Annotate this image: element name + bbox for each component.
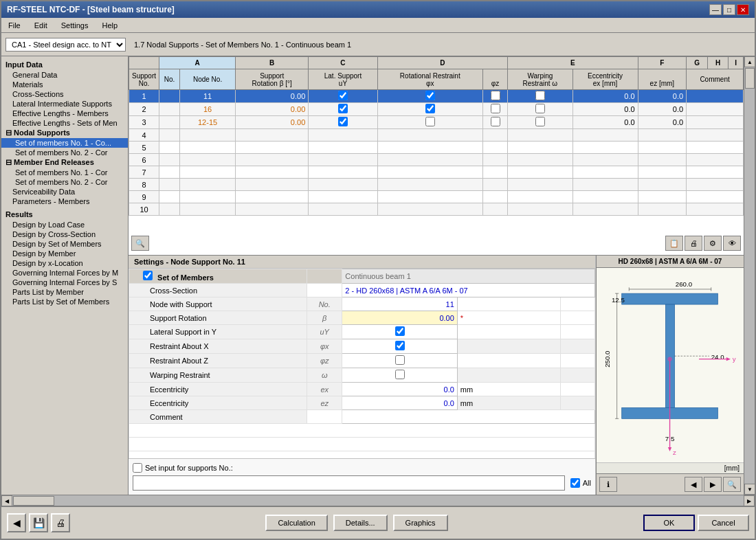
nav-save-button[interactable]: 💾	[29, 513, 48, 532]
sidebar-item-cross-sections[interactable]: Cross-Sections	[1, 89, 128, 99]
table-filter-button[interactable]: ⚙	[704, 236, 722, 251]
sidebar-item-set1[interactable]: Set of members No. 1 - Co...	[1, 138, 128, 148]
all-checkbox[interactable]	[570, 478, 580, 488]
cell-eccx[interactable]: 0.0	[572, 116, 638, 129]
scroll-thumb[interactable]	[745, 68, 755, 89]
cell-rotation[interactable]: 0.00	[236, 116, 309, 129]
lateral-value[interactable]	[342, 325, 458, 339]
ok-button[interactable]: OK	[643, 515, 695, 531]
comment-value[interactable]	[342, 410, 595, 424]
sidebar-item-nodal-supports[interactable]: ⊟ Nodal Supports	[1, 128, 128, 138]
maximize-button[interactable]: □	[723, 4, 735, 15]
sidebar-item-design-xloc[interactable]: Design by x-Location	[1, 258, 128, 268]
cell-rotz[interactable]	[482, 90, 507, 103]
sidebar-item-design-member[interactable]: Design by Member	[1, 249, 128, 258]
nav-back-button[interactable]: ◀	[7, 513, 26, 532]
supports-number-input[interactable]	[133, 475, 565, 491]
restraint-x-value[interactable]	[342, 339, 458, 354]
cell-comment[interactable]	[687, 90, 744, 103]
table-row[interactable]: 9	[129, 191, 744, 203]
minimize-button[interactable]: —	[709, 4, 722, 15]
cell-eccz[interactable]: 0.0	[638, 90, 686, 103]
sidebar-item-serviceability[interactable]: Serviceability Data	[1, 187, 128, 196]
cell-support-no[interactable]	[159, 103, 180, 116]
sidebar-item-general[interactable]: General Data	[1, 70, 128, 80]
warping-value[interactable]	[342, 368, 458, 383]
cell-eccz[interactable]: 0.0	[638, 116, 686, 129]
restraint-z-value[interactable]	[342, 354, 458, 368]
cs-left-button[interactable]: ◀	[685, 477, 702, 492]
table-row[interactable]: 8	[129, 179, 744, 191]
sidebar-item-design-set[interactable]: Design by Set of Members	[1, 239, 128, 249]
cell-rotation[interactable]: 0.00	[236, 103, 309, 116]
cell-rotx[interactable]	[377, 90, 482, 103]
lateral-checkbox[interactable]	[395, 326, 405, 336]
rotation-value[interactable]: 0.00	[342, 311, 458, 325]
restraint-z-checkbox[interactable]	[395, 355, 405, 365]
sidebar-item-governing-s[interactable]: Governing Internal Forces by S	[1, 278, 128, 287]
sidebar-item-parts-set[interactable]: Parts List by Set of Members	[1, 297, 128, 306]
table-row[interactable]: 2 16 0.00 0.0 0.0	[129, 103, 744, 116]
table-row[interactable]: 3 12-15 0.00 0.0 0.0	[129, 116, 744, 129]
cell-warping[interactable]	[508, 90, 572, 103]
cell-node-no[interactable]: 12-15	[180, 116, 236, 129]
menu-edit[interactable]: Edit	[30, 20, 52, 31]
table-print-button[interactable]: 🖨	[685, 236, 702, 251]
close-button[interactable]: ✕	[737, 4, 749, 15]
cell-eccx[interactable]: 0.0	[572, 103, 638, 116]
cell-node-no[interactable]: 16	[180, 103, 236, 116]
cell-comment[interactable]	[687, 116, 744, 129]
sidebar-item-design-load[interactable]: Design by Load Case	[1, 220, 128, 229]
table-row[interactable]: 4	[129, 129, 744, 142]
table-export-button[interactable]: 📋	[665, 236, 683, 251]
cell-lat[interactable]	[309, 103, 377, 116]
cell-lat[interactable]	[309, 116, 377, 129]
sidebar-item-design-cross[interactable]: Design by Cross-Section	[1, 229, 128, 239]
horizontal-scroll-thumb[interactable]	[13, 496, 54, 506]
cell-rotx[interactable]	[377, 116, 482, 129]
set-members-checkbox[interactable]	[143, 271, 153, 280]
cell-warping[interactable]	[508, 103, 572, 116]
details-button[interactable]: Details...	[333, 515, 388, 531]
horizontal-scroll-track[interactable]	[12, 495, 744, 506]
sidebar-item-parts-member[interactable]: Parts List by Member	[1, 287, 128, 297]
ca-select[interactable]: CA1 - Steel design acc. to NTC-	[5, 38, 126, 52]
cell-comment[interactable]	[687, 103, 744, 116]
scroll-left-button[interactable]: ◀	[1, 495, 12, 506]
sidebar-item-governing-m[interactable]: Governing Internal Forces by M	[1, 268, 128, 278]
cell-lat[interactable]	[309, 90, 377, 103]
table-row[interactable]: 1 11 0.00 0.0 0.0	[129, 90, 744, 103]
calculation-button[interactable]: Calculation	[265, 515, 327, 531]
table-search-button[interactable]: 🔍	[131, 236, 149, 251]
cs-right-button[interactable]: ▶	[704, 477, 722, 492]
cell-eccz[interactable]: 0.0	[638, 103, 686, 116]
cs-zoom-button[interactable]: 🔍	[723, 477, 741, 492]
table-row[interactable]: 7	[129, 166, 744, 179]
menu-file[interactable]: File	[4, 20, 25, 31]
sidebar-item-mer-set1[interactable]: Set of members No. 1 - Cor	[1, 168, 128, 177]
cancel-button[interactable]: Cancel	[698, 515, 749, 531]
restraint-x-checkbox[interactable]	[395, 341, 405, 350]
cell-rotz[interactable]	[482, 116, 507, 129]
graphics-button[interactable]: Graphics	[393, 515, 448, 531]
table-row[interactable]: 10	[129, 203, 744, 216]
sidebar-item-materials[interactable]: Materials	[1, 80, 128, 89]
sidebar-item-member-end[interactable]: ⊟ Member End Releases	[1, 157, 128, 168]
table-row[interactable]: 6	[129, 154, 744, 166]
cell-rotx[interactable]	[377, 103, 482, 116]
warping-checkbox[interactable]	[395, 370, 405, 379]
table-view-button[interactable]: 👁	[723, 236, 741, 251]
sidebar-item-lateral[interactable]: Lateral Intermediate Supports	[1, 99, 128, 109]
scroll-right-button[interactable]: ▶	[744, 495, 755, 506]
node-value[interactable]: 11	[342, 297, 458, 311]
set-input-checkbox[interactable]	[133, 463, 142, 473]
cell-rotz[interactable]	[482, 103, 507, 116]
menu-settings[interactable]: Settings	[57, 20, 93, 31]
sidebar-item-eff-lengths-members[interactable]: Effective Lengths - Members	[1, 109, 128, 118]
cell-warping[interactable]	[508, 116, 572, 129]
ecc-x-value[interactable]: 0.0	[342, 383, 458, 396]
sidebar-item-eff-lengths-sets[interactable]: Effective Lengths - Sets of Men	[1, 118, 128, 128]
scroll-down-button[interactable]: ▼	[744, 484, 755, 495]
cs-info-button[interactable]: ℹ	[599, 477, 617, 492]
cell-eccx[interactable]: 0.0	[572, 90, 638, 103]
